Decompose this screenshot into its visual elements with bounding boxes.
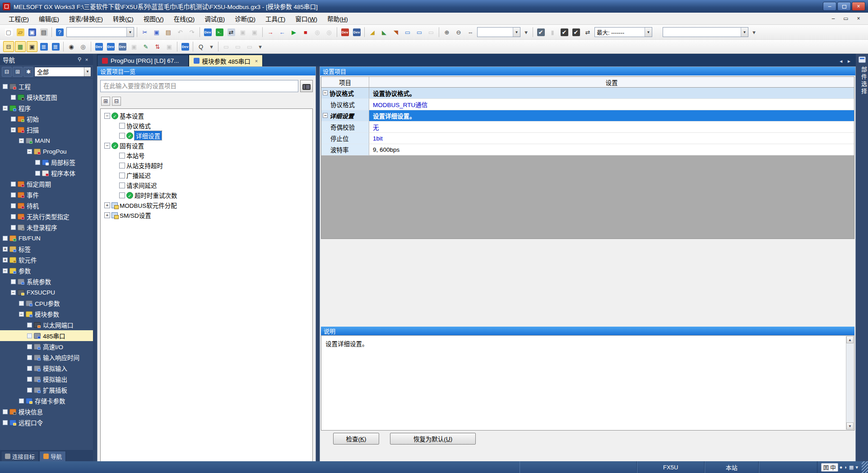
monitor-watch-icon[interactable]: ◎ ▼	[324, 27, 334, 37]
cross-ref-icon[interactable]: ≣ ▼	[38, 41, 49, 52]
disabled-icon[interactable]: ▣ ▼	[129, 41, 139, 52]
device-io-icon[interactable]: ⇄ ▼	[226, 27, 237, 37]
convert-ok-icon[interactable]: ✔ ▼	[559, 27, 570, 37]
device-comment-icon[interactable]: Dev ▼	[202, 27, 213, 37]
document-tab[interactable]: 模块参数 485串口 ×	[189, 55, 263, 66]
toolbar-button[interactable]: ▼	[177, 42, 177, 52]
convert-all-ok-icon[interactable]: ✔ ▼	[571, 27, 581, 37]
read-from-plc-icon[interactable]: ← ▼	[277, 27, 288, 37]
ime-icon[interactable]: ◗	[844, 464, 847, 470]
tree-expander-icon[interactable]: +	[3, 258, 8, 262]
child-close-button[interactable]: ×	[854, 14, 863, 23]
tree-expander-icon[interactable]: −	[104, 113, 110, 119]
tree-expander-icon[interactable]: −	[104, 143, 110, 149]
tree-expander-icon[interactable]	[11, 279, 16, 284]
table-row[interactable]: −停止位 1bit	[321, 133, 854, 144]
table-row[interactable]: −协议格式 MODBUS_RTU通信	[321, 99, 854, 110]
nav-tree-item[interactable]: 存储卡参数	[0, 395, 93, 406]
watch-list-icon[interactable]: ≣ ▼	[50, 41, 61, 52]
nav-tree-item[interactable]: 模块配置图	[0, 92, 93, 103]
search-button[interactable]	[300, 80, 313, 92]
toolbar-overflow-chevron[interactable]: ▾ ▼	[207, 41, 216, 52]
nav-tree-item[interactable]: 待机	[0, 200, 93, 211]
window-monitor-icon[interactable]: ▭ ▼	[402, 27, 413, 37]
tree-expander-icon[interactable]: −	[19, 312, 24, 317]
close-icon[interactable]: ×	[83, 57, 90, 62]
nav-tree-item[interactable]: 模拟输出	[0, 374, 93, 384]
tab-scroll-left-icon[interactable]: ◄	[839, 59, 843, 64]
device-read-icon[interactable]: Dev ▼	[351, 27, 362, 37]
quick-find-combo[interactable]: ▼	[66, 27, 135, 37]
table-row[interactable]: −波特率 9, 600bps	[321, 144, 854, 155]
restore-default-button[interactable]: 恢复为默认(U)	[390, 433, 476, 445]
setting-tree-item[interactable]: ✓ 请求间延迟	[101, 180, 312, 190]
tree-expander-icon[interactable]	[27, 323, 32, 328]
pin-icon[interactable]: ⚲	[76, 56, 83, 62]
tree-expander-icon[interactable]: −	[19, 138, 24, 143]
tree-expander-icon[interactable]	[35, 160, 40, 165]
nav-tree-item[interactable]: 以太网端口	[0, 319, 93, 330]
nav-tree-item[interactable]: − 扫描	[0, 124, 93, 135]
tree-expander-icon[interactable]	[35, 171, 40, 176]
window-icon[interactable]: ▭ ▼	[221, 41, 232, 52]
menu-item[interactable]: 帮助(H)	[322, 14, 353, 24]
tree-expander-icon[interactable]	[119, 173, 125, 178]
save-icon[interactable]: ▣ ▼	[27, 27, 37, 37]
tree-expander-icon[interactable]	[119, 183, 125, 188]
nav-bottom-tab[interactable]: 导航	[39, 451, 66, 461]
disabled-icon[interactable]: ▣ ▼	[237, 27, 248, 37]
search-device-icon[interactable]: Q ▼	[195, 41, 206, 52]
element-selection-strip[interactable]: 部件选择	[856, 54, 868, 461]
menu-item[interactable]: 工具(T)	[260, 14, 290, 24]
row-expander-icon[interactable]: −	[323, 90, 328, 95]
setting-tree-item[interactable]: ✓ 超时时重试次数	[101, 190, 312, 200]
find-replace-icon[interactable]: ◎ ▼	[78, 41, 88, 52]
nav-tree-item[interactable]: 模块信息	[0, 406, 93, 417]
expand-all-icon[interactable]: ⊞	[101, 97, 110, 106]
cut-icon[interactable]: ✂ ▼	[139, 27, 150, 37]
toolbar-button[interactable]: ▼	[200, 27, 200, 37]
program-check-icon[interactable]: ✔ ▼	[535, 27, 546, 37]
setting-tree-item[interactable]: + ✓ MODBUS软元件分配	[101, 200, 312, 210]
transfer-setup-icon[interactable]: ⇄ ▼	[582, 27, 593, 37]
disabled-icon[interactable]: ▣ ▼	[164, 41, 175, 52]
memory-icon[interactable]: ▮ ▼	[547, 27, 558, 37]
tree-expander-icon[interactable]	[27, 388, 32, 393]
tree-expander-icon[interactable]	[3, 236, 8, 241]
menu-item[interactable]: 搜索/替换(F)	[64, 14, 108, 24]
child-restore-button[interactable]: ▭	[841, 14, 851, 23]
zoom-in-icon[interactable]: ⊕ ▼	[441, 27, 452, 37]
element-select-icon[interactable]: ▣ ▼	[27, 41, 37, 52]
copy-icon[interactable]: ▣ ▼	[151, 27, 162, 37]
toolbar-button[interactable]: ▼	[51, 27, 52, 37]
tree-expander-icon[interactable]	[11, 117, 16, 122]
toolbar-button[interactable]: ▼	[91, 42, 91, 52]
ladder-edit-icon[interactable]: ◢ ▼	[367, 27, 378, 37]
tree-expander-icon[interactable]	[3, 420, 8, 425]
watch-combo[interactable]: ▼	[662, 27, 749, 37]
toolbar-overflow-chevron[interactable]: ▾ ▼	[522, 27, 530, 37]
nav-tree-item[interactable]: 输入响应时间	[0, 352, 93, 363]
nav-tree-item[interactable]: 工程	[0, 81, 93, 92]
ime-icon[interactable]: ▦	[849, 464, 854, 470]
tree-expander-icon[interactable]	[119, 153, 125, 159]
tree-expander-icon[interactable]: +	[104, 202, 110, 208]
nav-tree-item[interactable]: 无执行类型指定	[0, 211, 93, 222]
nav-tree-item[interactable]: 远程口令	[0, 417, 93, 428]
io-edit-icon[interactable]: ✎ ▼	[140, 41, 151, 52]
tree-expander-icon[interactable]	[11, 225, 16, 230]
nav-tree-item[interactable]: 系统参数	[0, 276, 93, 287]
toolbar-button[interactable]: ▼	[218, 42, 218, 52]
nav-filter-dropdown[interactable]: 全部 ▼	[34, 67, 91, 77]
tree-expander-icon[interactable]	[11, 192, 16, 197]
check-button[interactable]: 检查(K)	[333, 433, 379, 445]
toolbar-button[interactable]: ▼	[654, 27, 661, 37]
tree-expander-icon[interactable]	[119, 163, 125, 169]
new-file-icon[interactable]: ▢ ▼	[3, 27, 14, 37]
device-memory-icon[interactable]: Dev ▼	[105, 41, 116, 52]
device-watch-icon[interactable]: Dev ▼	[180, 41, 190, 52]
nav-tree-item[interactable]: 模拟输入	[0, 363, 93, 374]
paste-icon[interactable]: ▤ ▼	[163, 27, 174, 37]
display-setting-gear-icon[interactable]: ✱	[23, 67, 33, 77]
table-row[interactable]: −奇偶校验 无	[321, 122, 854, 133]
